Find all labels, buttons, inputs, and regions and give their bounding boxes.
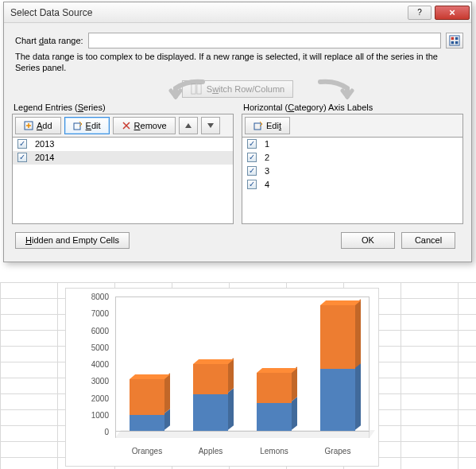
embedded-chart[interactable]: 010002000300040005000600070008000 Orange… (65, 288, 379, 467)
bar-segment (193, 364, 228, 394)
bar-slot (242, 297, 306, 432)
bar (130, 379, 164, 432)
bar-segment (320, 369, 355, 432)
category-row[interactable]: 1 (242, 138, 462, 151)
chart-y-axis: 010002000300040005000600070008000 (66, 297, 114, 438)
triangle-down-icon (207, 122, 215, 130)
chart-data-range-row: Chart data range: (15, 33, 463, 48)
series-label: 2013 (35, 139, 54, 149)
range-picker-button[interactable] (446, 33, 463, 48)
y-tick: 2000 (91, 393, 109, 402)
select-data-source-dialog: Select Data Source ? × Chart data range:… (3, 2, 472, 262)
data-range-note: The data range is too complex to be disp… (15, 52, 460, 74)
legend-entries-panel: Legend Entries (Series) Add Edit Remove (12, 101, 234, 224)
category-label: 3 (265, 166, 269, 176)
svg-rect-2 (455, 37, 459, 41)
svg-rect-1 (451, 37, 455, 41)
axis-labels-caption: Horizontal (Category) Axis Labels (243, 103, 463, 112)
category-row[interactable]: 2 (242, 151, 462, 165)
bar-slot (306, 297, 370, 432)
chart-bars (115, 297, 370, 432)
bar-slot (179, 297, 242, 432)
bar-slot (115, 297, 179, 432)
category-checkbox[interactable] (247, 180, 257, 189)
dialog-footer: Hidden and Empty Cells OK Cancel (12, 224, 463, 250)
hidden-empty-cells-button[interactable]: Hidden and Empty Cells (15, 232, 130, 249)
series-checkbox[interactable] (17, 139, 27, 149)
series-row[interactable]: 2013 (13, 138, 233, 151)
edit-icon (73, 121, 83, 130)
bar-segment (257, 403, 292, 432)
bar-segment (130, 415, 164, 432)
x-tick-label: Oranges (115, 447, 179, 461)
category-label: 4 (265, 180, 269, 189)
triangle-up-icon (184, 122, 192, 130)
edit-icon (253, 121, 263, 130)
x-tick-label: Apples (179, 447, 242, 461)
legend-entries-caption: Legend Entries (Series) (14, 103, 234, 112)
axis-toolbar: Edit (242, 114, 463, 137)
bar (257, 373, 292, 432)
arrow-down-right-icon (315, 79, 360, 99)
series-checkbox[interactable] (17, 153, 27, 162)
svg-rect-3 (451, 41, 455, 45)
category-checkbox[interactable] (247, 166, 257, 176)
y-tick: 5000 (91, 343, 109, 351)
bar (320, 305, 355, 432)
chart-data-range-label: Chart data range: (15, 36, 83, 45)
svg-rect-6 (197, 83, 201, 93)
category-listbox[interactable]: 1234 (242, 137, 463, 224)
remove-icon (122, 121, 131, 130)
move-up-button[interactable] (179, 117, 198, 134)
category-label: 2 (265, 153, 269, 162)
dialog-title: Select Data Source (10, 7, 406, 18)
x-tick-label: Lemons (242, 447, 306, 461)
add-icon (24, 121, 33, 130)
y-tick: 3000 (91, 377, 109, 386)
bar-segment (320, 305, 355, 370)
edit-series-button[interactable]: Edit (64, 117, 110, 134)
ok-button[interactable]: OK (341, 232, 395, 249)
cancel-button[interactable]: Cancel (401, 232, 455, 249)
chart-plot-area (115, 297, 370, 438)
legend-toolbar: Add Edit Remove (12, 114, 234, 137)
y-tick: 0 (104, 428, 109, 436)
dialog-titlebar[interactable]: Select Data Source ? × (4, 2, 471, 23)
bar-segment (193, 394, 228, 432)
move-down-button[interactable] (201, 117, 220, 134)
y-tick: 7000 (91, 309, 109, 318)
category-row[interactable]: 3 (242, 165, 462, 178)
category-row[interactable]: 4 (242, 178, 462, 192)
svg-rect-8 (74, 123, 80, 130)
close-button[interactable]: × (435, 6, 470, 20)
remove-series-button[interactable]: Remove (113, 117, 176, 134)
series-row[interactable]: 2014 (13, 151, 233, 165)
category-checkbox[interactable] (247, 139, 257, 149)
switch-row: Switch Row/Column (12, 79, 463, 99)
y-tick: 8000 (91, 293, 109, 301)
y-tick: 4000 (91, 360, 109, 369)
svg-rect-9 (254, 123, 261, 130)
svg-rect-4 (455, 41, 459, 45)
x-tick-label: Grapes (306, 447, 370, 461)
svg-rect-5 (192, 83, 195, 93)
switch-icon (191, 83, 202, 95)
chart-x-axis: OrangesApplesLemonsGrapes (115, 447, 370, 461)
y-tick: 6000 (91, 326, 109, 335)
bar-segment (130, 379, 164, 415)
category-checkbox[interactable] (247, 153, 257, 162)
category-label: 1 (265, 139, 269, 149)
range-picker-icon (449, 35, 460, 46)
help-button[interactable]: ? (408, 6, 431, 20)
y-tick: 1000 (91, 410, 109, 419)
series-label: 2014 (35, 153, 54, 162)
chart-grid-base (115, 431, 370, 432)
chart-data-range-input[interactable] (88, 33, 441, 48)
edit-axis-labels-button[interactable]: Edit (245, 117, 290, 134)
bar (193, 364, 228, 432)
series-listbox[interactable]: 20132014 (12, 137, 234, 224)
axis-labels-panel: Horizontal (Category) Axis Labels Edit 1… (242, 101, 463, 224)
bar-segment (257, 373, 292, 403)
add-series-button[interactable]: Add (15, 117, 61, 134)
